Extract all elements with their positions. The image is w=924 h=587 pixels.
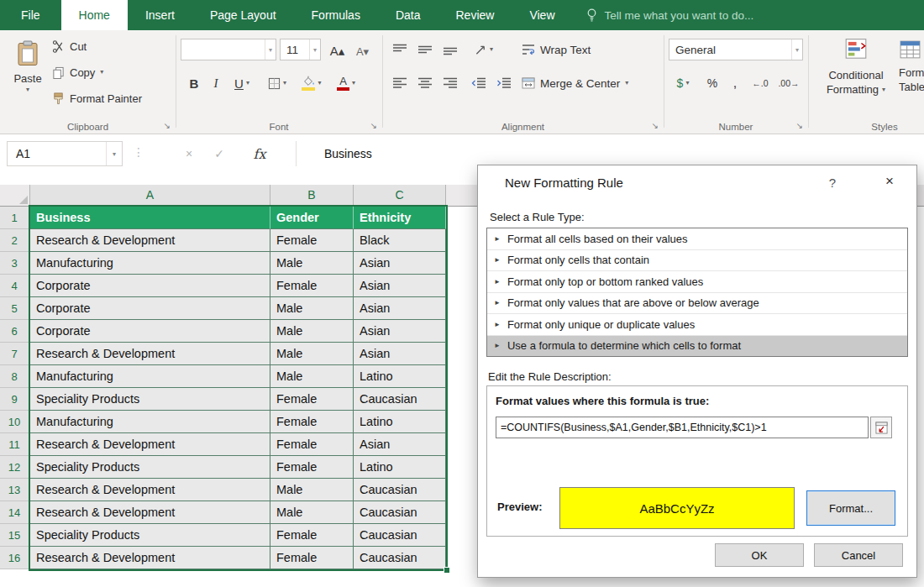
- underline-button[interactable]: U ▾: [228, 72, 256, 94]
- accounting-format-button[interactable]: $ ▾: [669, 72, 697, 94]
- row-header-7[interactable]: 7: [0, 343, 30, 365]
- cell-C1[interactable]: Ethnicity: [354, 207, 446, 229]
- cell-C6[interactable]: Asian: [354, 320, 446, 343]
- rule-type-option-5[interactable]: ►Format only unique or duplicate values: [487, 314, 907, 336]
- cell-B2[interactable]: Female: [270, 229, 354, 252]
- cell-A1[interactable]: Business: [30, 207, 270, 229]
- cell-B9[interactable]: Female: [270, 388, 354, 411]
- bold-button[interactable]: B: [184, 72, 204, 94]
- cell-B16[interactable]: Female: [270, 547, 354, 569]
- row-header-3[interactable]: 3: [0, 252, 30, 275]
- tab-insert[interactable]: Insert: [128, 0, 192, 30]
- cell-C3[interactable]: Asian: [354, 252, 446, 275]
- row-header-11[interactable]: 11: [0, 433, 30, 456]
- select-all-corner[interactable]: [0, 185, 30, 207]
- conditional-formatting-button[interactable]: Conditional Formatting ▾: [820, 35, 892, 129]
- align-center-button[interactable]: [414, 72, 436, 94]
- cell-B10[interactable]: Female: [270, 411, 354, 433]
- row-header-10[interactable]: 10: [0, 411, 30, 433]
- rule-type-option-3[interactable]: ►Format only top or bottom ranked values: [487, 271, 907, 293]
- increase-indent-button[interactable]: [493, 72, 515, 94]
- decrease-indent-button[interactable]: [468, 72, 490, 94]
- cell-C2[interactable]: Black: [354, 229, 446, 252]
- row-header-1[interactable]: 1: [0, 207, 30, 229]
- cut-button[interactable]: Cut: [52, 37, 87, 55]
- cell-B7[interactable]: Male: [270, 343, 354, 365]
- cell-C11[interactable]: Asian: [354, 433, 446, 456]
- rule-type-option-1[interactable]: ►Format all cells based on their values: [487, 228, 907, 250]
- insert-function-button[interactable]: fx: [249, 143, 270, 165]
- cell-A9[interactable]: Speciality Products: [30, 388, 270, 411]
- name-box[interactable]: A1 ▾: [7, 141, 123, 166]
- row-header-2[interactable]: 2: [0, 229, 30, 252]
- cell-A16[interactable]: Research & Development: [30, 547, 270, 569]
- cell-A15[interactable]: Speciality Products: [30, 524, 270, 547]
- borders-button[interactable]: ▾: [261, 72, 293, 94]
- dialog-close-button[interactable]: ×: [874, 170, 905, 192]
- clipboard-dialog-launcher[interactable]: ↘: [164, 122, 171, 130]
- formula-bar-content[interactable]: Business: [324, 141, 372, 166]
- cancel-button[interactable]: Cancel: [814, 543, 903, 567]
- decrease-decimal-button[interactable]: .00→: [774, 72, 803, 94]
- tab-home[interactable]: Home: [61, 0, 128, 30]
- cancel-entry-button[interactable]: ×: [178, 143, 200, 165]
- fill-handle[interactable]: [444, 567, 450, 574]
- increase-font-size-button[interactable]: A▴: [326, 40, 349, 62]
- cell-C4[interactable]: Asian: [354, 275, 446, 297]
- number-format-combo[interactable]: General ▾: [669, 39, 803, 60]
- cell-A10[interactable]: Manufacturing: [30, 411, 270, 433]
- row-header-5[interactable]: 5: [0, 297, 30, 320]
- cell-C14[interactable]: Caucasian: [354, 501, 446, 524]
- cell-A13[interactable]: Research & Development: [30, 479, 270, 501]
- format-button[interactable]: Format...: [806, 490, 895, 526]
- cell-C10[interactable]: Latino: [354, 411, 446, 433]
- format-as-table-button[interactable]: Format as Table ▾: [895, 35, 924, 129]
- row-header-16[interactable]: 16: [0, 547, 30, 569]
- tab-view[interactable]: View: [512, 0, 572, 30]
- confirm-entry-button[interactable]: ✓: [208, 143, 230, 165]
- row-header-9[interactable]: 9: [0, 388, 30, 411]
- cell-B12[interactable]: Female: [270, 456, 354, 479]
- row-header-12[interactable]: 12: [0, 456, 30, 479]
- row-header-4[interactable]: 4: [0, 275, 30, 297]
- font-dialog-launcher[interactable]: ↘: [370, 122, 377, 130]
- ok-button[interactable]: OK: [715, 543, 804, 567]
- formula-bar-splitter[interactable]: ⋮: [133, 145, 144, 159]
- tab-formulas[interactable]: Formulas: [294, 0, 378, 30]
- tab-review[interactable]: Review: [438, 0, 512, 30]
- alignment-dialog-launcher[interactable]: ↘: [652, 122, 659, 130]
- cell-C9[interactable]: Caucasian: [354, 388, 446, 411]
- column-header-c[interactable]: C: [354, 185, 446, 207]
- percent-style-button[interactable]: %: [702, 72, 722, 94]
- row-header-13[interactable]: 13: [0, 479, 30, 501]
- paste-button[interactable]: Paste ▾: [7, 35, 49, 128]
- font-size-combo[interactable]: 11 ▾: [280, 39, 321, 60]
- cell-C5[interactable]: Asian: [354, 297, 446, 320]
- increase-decimal-button[interactable]: ←.0: [748, 72, 773, 94]
- number-dialog-launcher[interactable]: ↘: [796, 122, 803, 130]
- cell-A11[interactable]: Research & Development: [30, 433, 270, 456]
- cell-C15[interactable]: Caucasian: [354, 524, 446, 547]
- merge-center-button[interactable]: Merge & Center ▾: [522, 74, 628, 92]
- tab-data[interactable]: Data: [378, 0, 438, 30]
- cell-A7[interactable]: Research & Development: [30, 343, 270, 365]
- cell-A2[interactable]: Research & Development: [30, 229, 270, 252]
- cell-C16[interactable]: Caucasian: [354, 547, 446, 569]
- cell-B6[interactable]: Male: [270, 320, 354, 343]
- cell-C13[interactable]: Caucasian: [354, 479, 446, 501]
- cell-A14[interactable]: Research & Development: [30, 501, 270, 524]
- align-top-button[interactable]: [389, 39, 411, 60]
- rule-type-option-2[interactable]: ►Format only cells that contain: [487, 250, 907, 272]
- copy-button[interactable]: Copy ▾: [52, 63, 103, 81]
- comma-style-button[interactable]: ,: [726, 72, 744, 94]
- dialog-help-button[interactable]: ?: [821, 172, 844, 192]
- cell-B14[interactable]: Male: [270, 501, 354, 524]
- align-left-button[interactable]: [389, 72, 411, 94]
- cell-B3[interactable]: Male: [270, 252, 354, 275]
- orientation-button[interactable]: ▾: [468, 39, 500, 60]
- cell-A6[interactable]: Corporate: [30, 320, 270, 343]
- cell-B15[interactable]: Female: [270, 524, 354, 547]
- formula-input[interactable]: [496, 417, 869, 438]
- range-picker-button[interactable]: [870, 417, 892, 438]
- rule-type-option-6[interactable]: ►Use a formula to determine which cells …: [487, 336, 907, 357]
